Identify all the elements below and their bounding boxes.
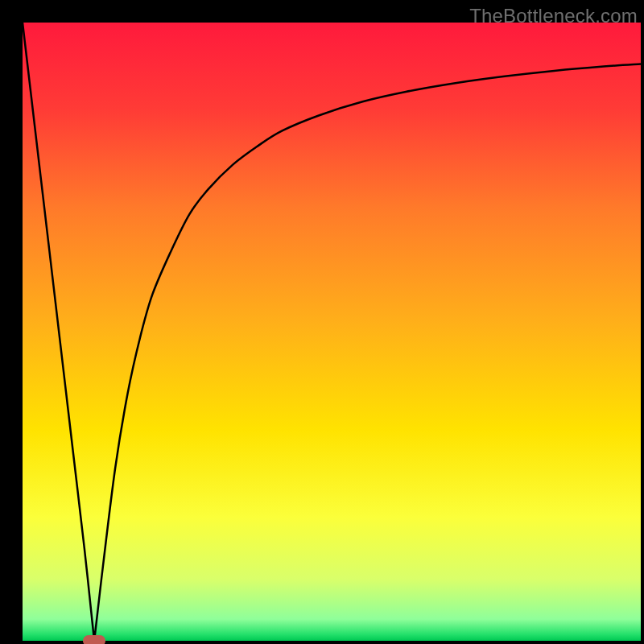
bottleneck-curve bbox=[23, 23, 641, 641]
watermark-text: TheBottleneck.com bbox=[469, 5, 638, 27]
curve-layer bbox=[23, 23, 641, 641]
chart-frame: TheBottleneck.com bbox=[0, 0, 644, 644]
plot-area bbox=[23, 23, 641, 641]
minimum-marker bbox=[83, 635, 105, 644]
